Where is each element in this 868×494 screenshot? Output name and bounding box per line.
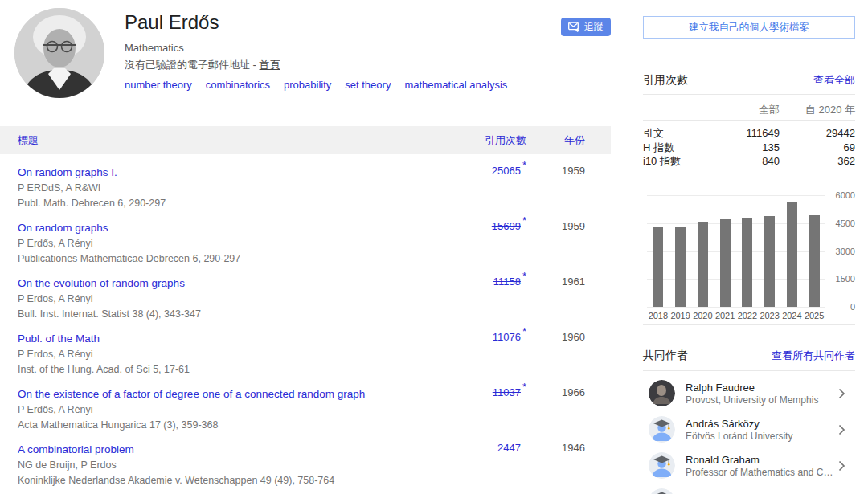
homepage-link[interactable]: 首頁	[260, 59, 280, 71]
stats-col-all: 全部	[717, 103, 780, 117]
view-all-citations-link[interactable]: 查看全部	[813, 73, 855, 88]
divider	[643, 324, 855, 325]
publications-table: 標題 引用次數 年份 On random graphs I. P ERDdS, …	[0, 126, 611, 494]
publication-venue: Publ. Math. Debrecen 6, 290-297	[18, 197, 454, 210]
publication-authors: NG de Bruijn, P Erdos	[18, 459, 454, 472]
cited-by-title: 引用次數	[643, 73, 688, 88]
stats-col-since: 自 2020 年	[780, 103, 855, 117]
coauthor-row[interactable]: András Sárközy Eötvös Loránd University	[643, 411, 855, 447]
follow-button[interactable]: 追蹤	[561, 18, 611, 36]
y-axis-tick-label: 3000	[836, 247, 855, 256]
x-axis-tick-label: 2018	[647, 311, 669, 320]
chart-bar[interactable]	[742, 218, 752, 307]
citation-count-link[interactable]: 11158	[493, 276, 521, 288]
email-status-text: 沒有已驗證的電子郵件地址 -	[125, 59, 260, 71]
citations-chart	[647, 195, 825, 307]
coauthor-affiliation: Provost, University of Memphis	[686, 394, 838, 406]
citation-count-link[interactable]: 2447	[497, 442, 521, 454]
publication-row: On the existence of a factor of degree o…	[0, 376, 611, 431]
x-axis-tick-label: 2025	[803, 311, 825, 320]
chart-bar[interactable]	[787, 202, 797, 307]
coauthor-default-avatar-icon	[649, 416, 675, 443]
publication-authors: P ERDdS, A R&WI	[18, 182, 454, 194]
chart-bar[interactable]	[809, 215, 820, 307]
bar-slot	[736, 195, 759, 307]
x-axis-tick-label: 2024	[781, 311, 804, 320]
chart-y-axis-labels: 01500300045006000	[833, 195, 855, 307]
publication-row: On the evolution of random graphs P Erdo…	[0, 265, 611, 320]
interest-tag-link[interactable]: number theory	[125, 79, 192, 91]
publication-title-link[interactable]: On random graphs	[18, 222, 108, 234]
coauthor-default-avatar-icon	[649, 452, 675, 479]
chart-bar[interactable]	[675, 227, 686, 307]
stats-column-headers: 全部 自 2020 年	[643, 103, 855, 117]
publication-row: Publ. of the Math P Erdos, A Rényi Inst.…	[0, 320, 611, 376]
chart-bar[interactable]	[720, 219, 731, 307]
chart-x-axis-labels: 20182019202020212022202320242025	[647, 311, 825, 320]
publication-title-link[interactable]: A combinatorial problem	[18, 443, 134, 455]
bar-slot	[714, 195, 736, 307]
coauthors-title: 共同作者	[643, 349, 688, 363]
profile-info: Paul Erdős Mathematics 沒有已驗證的電子郵件地址 - 首頁…	[125, 11, 542, 91]
sort-by-title-link[interactable]: 標題	[18, 134, 39, 146]
profile-photo[interactable]	[14, 8, 104, 98]
chart-bars	[647, 195, 825, 307]
coauthors-header: 共同作者 查看所有共同作者	[643, 349, 855, 363]
publication-row: On random graphs I. P ERDdS, A R&WI Publ…	[0, 154, 611, 210]
publication-row: A combinatorial problem NG de Bruijn, P …	[0, 431, 611, 487]
publication-title-link[interactable]: On the evolution of random graphs	[18, 277, 185, 289]
publication-row: Intersection theorems for systems of set…	[0, 487, 611, 494]
sidebar: 建立我自己的個人學術檔案 引用次數 查看全部 全部 自 2020 年 引文 11…	[643, 0, 855, 494]
column-divider	[633, 0, 633, 494]
interest-tag-link[interactable]: combinatorics	[206, 79, 270, 91]
interest-tag-link[interactable]: probability	[284, 79, 331, 91]
publication-authors: P Erdos, A Rényi	[18, 348, 454, 361]
stat-value-since: 69	[780, 141, 855, 155]
citation-stats-table: 引文 111649 29442 H 指數 135 69 i10 指數 840 3…	[643, 126, 855, 169]
coauthor-affiliation: Eötvös Loránd University	[686, 431, 838, 442]
citation-count-link[interactable]: 11037	[493, 386, 521, 398]
chart-bar[interactable]	[764, 216, 775, 307]
publications-header-row: 標題 引用次數 年份	[0, 126, 611, 154]
publication-year: 1959	[526, 220, 611, 265]
stat-row: i10 指數 840 362	[643, 154, 855, 169]
citation-count-link[interactable]: 15699	[492, 220, 521, 232]
stat-label: 引文	[643, 126, 717, 141]
publication-year: 1959	[526, 165, 611, 210]
create-profile-button[interactable]: 建立我自己的個人學術檔案	[643, 16, 855, 39]
publication-title-link[interactable]: Publ. of the Math	[18, 333, 100, 345]
view-all-coauthors-link[interactable]: 查看所有共同作者	[772, 349, 855, 363]
interest-tag-link[interactable]: mathematical analysis	[404, 79, 507, 91]
interest-tag-link[interactable]: set theory	[345, 79, 391, 91]
publication-venue: Publicationes Mathematicae Debrecen 6, 2…	[18, 252, 454, 265]
publication-venue: Bull. Inst. Internat. Statist 38 (4), 34…	[18, 308, 454, 320]
chevron-right-icon	[838, 424, 845, 435]
publication-venue: Inst. of the Hung. Acad. of Sci 5, 17-61	[18, 363, 454, 376]
merged-citation-asterisk: *	[522, 214, 526, 227]
divider	[643, 370, 855, 371]
y-axis-tick-label: 0	[850, 303, 855, 312]
publication-title-link[interactable]: On the existence of a factor of degree o…	[18, 388, 365, 400]
scholar-profile-page: Paul Erdős Mathematics 沒有已驗證的電子郵件地址 - 首頁…	[0, 0, 868, 494]
citation-count-link[interactable]: 25065	[492, 165, 521, 177]
publication-title-link[interactable]: On random graphs I.	[18, 166, 117, 178]
bar-slot	[781, 195, 804, 307]
sort-by-year-link[interactable]: 年份	[564, 134, 585, 146]
x-axis-tick-label: 2022	[736, 311, 759, 320]
email-status-line: 沒有已驗證的電子郵件地址 - 首頁	[125, 58, 542, 72]
chart-bar[interactable]	[698, 222, 708, 307]
x-axis-tick-label: 2019	[669, 311, 692, 320]
stat-label: i10 指數	[643, 154, 717, 169]
profile-affiliation: Mathematics	[125, 42, 542, 54]
coauthor-row[interactable]: Carl Pomerance	[643, 484, 855, 494]
publication-year: 1966	[526, 386, 611, 431]
coauthor-row[interactable]: Ronald Graham Professor of Mathematics a…	[643, 447, 855, 484]
chart-bar[interactable]	[653, 227, 663, 307]
publication-year: 1946	[526, 442, 611, 487]
merged-citation-asterisk: *	[522, 325, 526, 337]
sort-by-citations-link[interactable]: 引用次數	[485, 134, 526, 146]
coauthor-name: Ronald Graham	[686, 454, 838, 466]
stat-value-since: 29442	[780, 126, 855, 141]
coauthor-row[interactable]: Ralph Faudree Provost, University of Mem…	[643, 375, 855, 411]
citation-count-link[interactable]: 11076	[493, 331, 521, 343]
